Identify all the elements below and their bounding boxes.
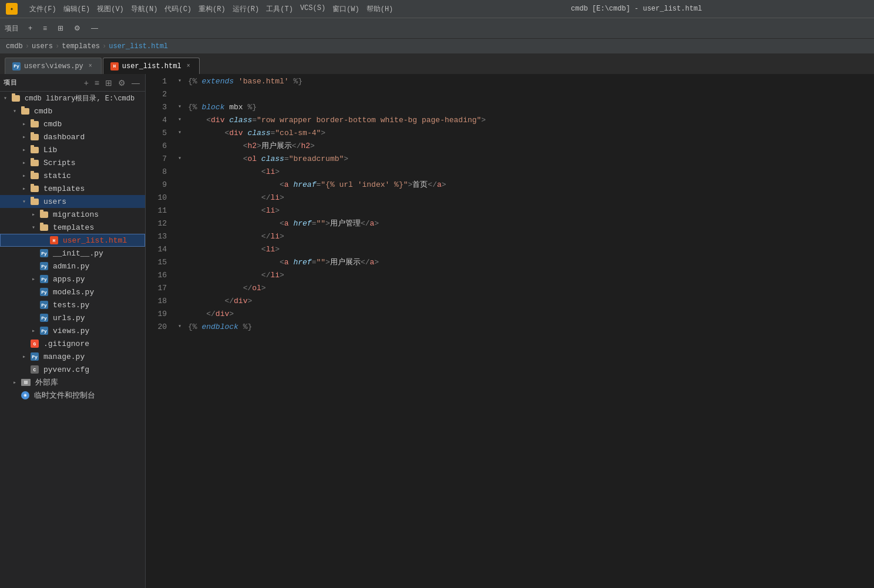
- menu-item-7[interactable]: 工具(T): [266, 4, 293, 14]
- menu-item-8[interactable]: VCS(S): [300, 4, 325, 14]
- grid-button[interactable]: ⊞: [54, 22, 67, 34]
- tree-item-cmdb-root[interactable]: cmdb: [0, 105, 145, 117]
- tree-item-static[interactable]: static: [0, 169, 145, 182]
- tree-item-pyvenv-cfg[interactable]: Cpyvenv.cfg: [0, 363, 145, 376]
- folder-icon: [31, 147, 39, 153]
- fold-marker-7[interactable]: ▾: [174, 152, 186, 164]
- sidebar-minimize-button[interactable]: —: [130, 76, 142, 89]
- fold-marker-1[interactable]: ▾: [174, 74, 186, 87]
- breadcrumb-item-1[interactable]: users: [32, 42, 53, 51]
- code-line-15[interactable]: <a href="">用户展示</a>: [188, 256, 874, 269]
- sidebar-add-button[interactable]: +: [82, 76, 90, 89]
- tab-views-py[interactable]: Pyusers\views.py×: [5, 58, 102, 74]
- fold-marker-6: [174, 139, 186, 152]
- tree-item-gitignore[interactable]: G.gitignore: [0, 337, 145, 350]
- menu-item-6[interactable]: 运行(R): [233, 4, 260, 14]
- menu-item-1[interactable]: 编辑(E): [63, 4, 90, 14]
- sidebar-expand-button[interactable]: ⊞: [103, 76, 114, 89]
- tree-item-init-py[interactable]: Py__init__.py: [0, 247, 145, 260]
- chevron-icon: [22, 172, 28, 179]
- tree-item-scripts[interactable]: Scripts: [0, 156, 145, 169]
- sidebar-collapse-button[interactable]: ≡: [93, 76, 101, 89]
- breadcrumb-item-2[interactable]: templates: [62, 42, 100, 51]
- code-line-14[interactable]: <li>: [188, 243, 874, 256]
- code-line-7[interactable]: <ol class="breadcrumb">: [188, 153, 874, 166]
- menu-item-2[interactable]: 视图(V): [97, 4, 124, 14]
- structure-button[interactable]: ≡: [39, 22, 51, 34]
- fold-arrow[interactable]: ▾: [178, 154, 181, 162]
- fold-marker-3[interactable]: ▾: [174, 100, 186, 113]
- code-line-2[interactable]: [188, 88, 874, 101]
- tree-item-templates-users[interactable]: templates: [0, 221, 145, 234]
- code-line-11[interactable]: <li>: [188, 204, 874, 217]
- menu-item-0[interactable]: 文件(F): [29, 4, 56, 14]
- fold-marker-4[interactable]: ▾: [174, 113, 186, 126]
- tree-item-cmdb-sub[interactable]: cmdb: [0, 117, 145, 130]
- tree-item-manage-py[interactable]: Pymanage.py: [0, 350, 145, 363]
- code-editor[interactable]: 1234567891011121314151617181920 ▾▾▾▾▾▾ {…: [146, 74, 874, 588]
- breadcrumb-item-0[interactable]: cmdb: [6, 42, 23, 51]
- menu-item-5[interactable]: 重构(R): [199, 4, 226, 14]
- py-file-icon: Py: [31, 352, 39, 361]
- code-line-1[interactable]: {% extends 'base.html' %}: [188, 75, 874, 88]
- code-line-10[interactable]: </li>: [188, 191, 874, 204]
- code-line-6[interactable]: <h2>用户展示</h2>: [188, 140, 874, 153]
- fold-marker-5[interactable]: ▾: [174, 126, 186, 139]
- fold-arrow[interactable]: ▾: [178, 103, 181, 110]
- tree-item-temp-files[interactable]: ◉临时文件和控制台: [0, 389, 145, 402]
- fold-arrow[interactable]: ▾: [178, 116, 181, 123]
- menu-item-4[interactable]: 代码(C): [164, 4, 191, 14]
- tab-bar: Pyusers\views.py×Huser_list.html×: [0, 54, 874, 74]
- code-line-3[interactable]: {% block mbx %}: [188, 101, 874, 114]
- sidebar-project-root[interactable]: cmdb library根目录, E:\cmdb: [0, 92, 145, 105]
- tree-item-users[interactable]: users: [0, 195, 145, 208]
- code-lines[interactable]: {% extends 'base.html' %} {% block mbx %…: [186, 74, 874, 588]
- tree-item-lib[interactable]: Lib: [0, 143, 145, 156]
- tree-item-dashboard[interactable]: dashboard: [0, 130, 145, 143]
- line-number-13: 13: [146, 230, 167, 243]
- sidebar-settings-button[interactable]: ⚙: [116, 76, 127, 89]
- fold-arrow[interactable]: ▾: [178, 129, 181, 136]
- fold-arrow[interactable]: ▾: [178, 77, 181, 84]
- menu-bar[interactable]: 文件(F)编辑(E)视图(V)导航(N)代码(C)重构(R)运行(R)工具(T)…: [29, 4, 393, 14]
- tab-user-list-html[interactable]: Huser_list.html×: [103, 58, 200, 74]
- code-line-13[interactable]: </li>: [188, 230, 874, 243]
- tree-item-user-list-html-tree[interactable]: Huser_list.html: [0, 234, 145, 247]
- fold-marker-20[interactable]: ▾: [174, 320, 186, 332]
- tree-item-apps-py[interactable]: Pyapps.py: [0, 273, 145, 285]
- new-file-button[interactable]: +: [25, 22, 36, 34]
- minimize-button[interactable]: —: [88, 22, 102, 34]
- tree-item-external-libs[interactable]: ▤外部库: [0, 376, 145, 389]
- tree-item-urls-py[interactable]: Pyurls.py: [0, 311, 145, 324]
- breadcrumb-item-3[interactable]: user_list.html: [109, 42, 168, 51]
- line-number-10: 10: [146, 191, 167, 204]
- menu-item-9[interactable]: 窗口(W): [332, 4, 359, 14]
- tree-item-views-py-tree[interactable]: Pyviews.py: [0, 324, 145, 337]
- menu-item-3[interactable]: 导航(N): [131, 4, 158, 14]
- code-line-9[interactable]: <a hreaf="{% url 'index' %}">首页</a>: [188, 179, 874, 191]
- code-line-12[interactable]: <a href="">用户管理</a>: [188, 217, 874, 230]
- tree-item-migrations[interactable]: migrations: [0, 208, 145, 221]
- code-line-8[interactable]: <li>: [188, 166, 874, 179]
- tree-item-admin-py[interactable]: Pyadmin.py: [0, 260, 145, 273]
- line-number-5: 5: [146, 127, 167, 140]
- settings-button[interactable]: ⚙: [70, 22, 84, 34]
- tree-label: migrations: [53, 210, 99, 219]
- tab-close-button[interactable]: ×: [87, 62, 94, 70]
- code-line-5[interactable]: <div class="col-sm-4">: [188, 127, 874, 140]
- code-line-17[interactable]: </ol>: [188, 282, 874, 295]
- tree-item-tests-py[interactable]: Pytests.py: [0, 298, 145, 311]
- folder-icon: [31, 186, 39, 192]
- code-line-20[interactable]: {% endblock %}: [188, 321, 874, 334]
- tree-item-models-py[interactable]: Pymodels.py: [0, 285, 145, 298]
- chevron-icon: [13, 379, 19, 386]
- fold-arrow[interactable]: ▾: [178, 322, 181, 330]
- menu-item-10[interactable]: 帮助(H): [367, 4, 394, 14]
- line-number-17: 17: [146, 282, 167, 295]
- tree-item-templates-root[interactable]: templates: [0, 182, 145, 195]
- code-line-16[interactable]: </li>: [188, 269, 874, 282]
- code-line-18[interactable]: </div>: [188, 295, 874, 308]
- code-line-4[interactable]: <div class="row wrapper border-bottom wh…: [188, 114, 874, 127]
- tab-close-button[interactable]: ×: [185, 62, 192, 70]
- code-line-19[interactable]: </div>: [188, 308, 874, 321]
